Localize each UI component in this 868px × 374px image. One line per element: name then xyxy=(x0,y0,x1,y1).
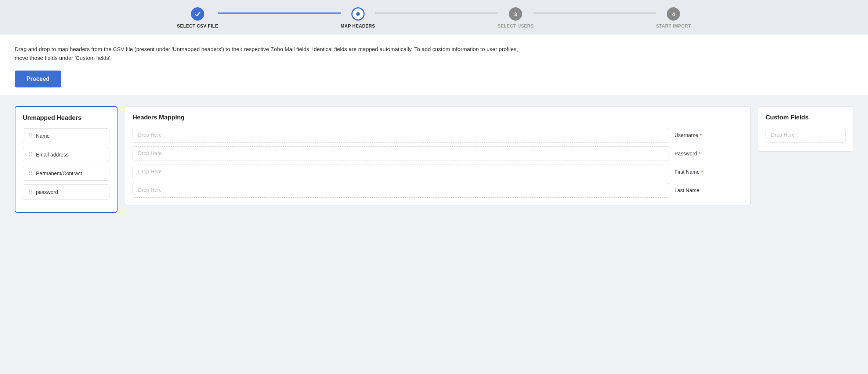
drop-placeholder-lastname: Drop Here xyxy=(138,187,162,193)
step-4-label: START IMPORT xyxy=(656,24,691,29)
drag-item-contract[interactable]: ⠿ Permanent/Contract xyxy=(23,166,109,181)
step-3-label: SELECT USERS xyxy=(498,24,534,29)
step-1: SELECT CSV FILE xyxy=(177,7,218,29)
field-name-password: Password* xyxy=(669,147,743,161)
drag-item-password[interactable]: ⠿ password xyxy=(23,184,109,199)
mapping-panel: Headers Mapping Drop Here Username* Drop… xyxy=(125,106,751,205)
proceed-button[interactable]: Proceed xyxy=(15,71,61,87)
drop-zone-firstname[interactable]: Drop Here xyxy=(133,165,669,179)
mapping-row-username: Drop Here Username* xyxy=(133,128,743,143)
connector-1-2 xyxy=(218,12,341,14)
step-2-label: MAP HEADERS xyxy=(341,24,375,29)
unmapped-panel-title: Unmapped Headers xyxy=(23,114,109,122)
field-name-firstname: First Name* xyxy=(669,165,743,179)
drag-handle-icon: ⠿ xyxy=(28,132,32,139)
required-star-password: * xyxy=(698,151,701,157)
drop-zone-username[interactable]: Drop Here xyxy=(133,128,669,143)
field-name-lastname: Last Name xyxy=(669,184,743,197)
field-name-username: Username* xyxy=(669,129,743,142)
mapping-row-firstname: Drop Here First Name* xyxy=(133,165,743,179)
drag-item-email-label: Email address xyxy=(36,152,69,158)
step-2-circle xyxy=(351,7,365,21)
required-star-firstname: * xyxy=(701,169,703,175)
connector-3-4 xyxy=(534,12,656,14)
custom-panel: Custom Fields Drop Here xyxy=(758,106,853,152)
description-text: Drag and drop to map headers from the CS… xyxy=(15,45,529,62)
custom-panel-title: Custom Fields xyxy=(766,114,846,121)
drag-item-name[interactable]: ⠿ Name xyxy=(23,128,109,143)
drop-zone-lastname[interactable]: Drop Here xyxy=(133,183,669,198)
step-4: 4 START IMPORT xyxy=(656,7,691,29)
required-star-username: * xyxy=(700,132,702,139)
stepper: SELECT CSV FILE MAP HEADERS 3 SELECT USE… xyxy=(177,7,691,29)
step-1-circle xyxy=(191,7,204,21)
step-3: 3 SELECT USERS xyxy=(498,7,534,29)
unmapped-panel: Unmapped Headers ⠿ Name ⠿ Email address … xyxy=(15,106,117,213)
mapping-row-password: Drop Here Password* xyxy=(133,146,743,161)
step-2: MAP HEADERS xyxy=(341,7,375,29)
main-content: Drag and drop to map headers from the CS… xyxy=(0,35,868,95)
drag-item-name-label: Name xyxy=(36,133,50,139)
drop-zone-password[interactable]: Drop Here xyxy=(133,146,669,161)
drag-handle-icon: ⠿ xyxy=(28,188,32,195)
connector-2-3 xyxy=(375,12,498,14)
drop-zone-custom[interactable]: Drop Here xyxy=(766,128,846,143)
mapping-panel-title: Headers Mapping xyxy=(133,114,743,121)
drag-handle-icon: ⠿ xyxy=(28,151,32,158)
drag-item-email[interactable]: ⠿ Email address xyxy=(23,147,109,162)
step-3-circle: 3 xyxy=(509,7,522,21)
stepper-bar: SELECT CSV FILE MAP HEADERS 3 SELECT USE… xyxy=(0,0,868,35)
drag-item-contract-label: Permanent/Contract xyxy=(36,170,82,176)
drag-item-password-label: password xyxy=(36,189,58,195)
drag-handle-icon: ⠿ xyxy=(28,170,32,177)
drop-placeholder-username: Drop Here xyxy=(138,132,162,138)
drop-placeholder-password: Drop Here xyxy=(138,150,162,156)
step-1-label: SELECT CSV FILE xyxy=(177,24,218,29)
panels-area: Unmapped Headers ⠿ Name ⠿ Email address … xyxy=(0,95,868,227)
drop-placeholder-firstname: Drop Here xyxy=(138,169,162,175)
drop-placeholder-custom: Drop Here xyxy=(771,132,795,138)
step-4-circle: 4 xyxy=(667,7,680,21)
mapping-row-lastname: Drop Here Last Name xyxy=(133,183,743,198)
